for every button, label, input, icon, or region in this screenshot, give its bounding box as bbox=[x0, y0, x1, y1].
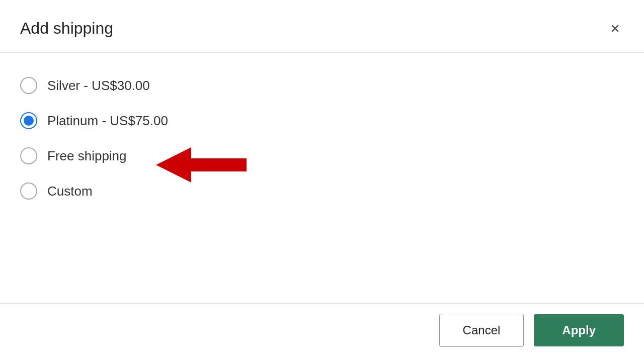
option-label-silver: Silver - US$30.00 bbox=[47, 78, 150, 94]
option-row-free-shipping[interactable]: Free shipping bbox=[20, 138, 624, 173]
dialog-header: Add shipping × bbox=[0, 0, 644, 52]
radio-platinum[interactable] bbox=[20, 112, 37, 129]
radio-silver[interactable] bbox=[20, 77, 37, 94]
option-label-free-shipping: Free shipping bbox=[47, 148, 127, 164]
close-button[interactable]: × bbox=[606, 18, 624, 38]
option-label-platinum: Platinum - US$75.00 bbox=[47, 113, 168, 129]
dialog-title: Add shipping bbox=[20, 19, 113, 38]
cancel-button[interactable]: Cancel bbox=[439, 314, 524, 347]
add-shipping-dialog: Add shipping × Silver - US$30.00 Platinu… bbox=[0, 0, 644, 362]
dialog-footer: Cancel Apply bbox=[0, 303, 644, 362]
option-row-platinum[interactable]: Platinum - US$75.00 bbox=[20, 103, 624, 138]
radio-custom[interactable] bbox=[20, 183, 37, 200]
svg-marker-0 bbox=[156, 147, 247, 183]
dialog-body: Silver - US$30.00 Platinum - US$75.00 Fr… bbox=[0, 53, 644, 303]
arrow-svg bbox=[156, 147, 247, 183]
option-label-custom: Custom bbox=[47, 184, 93, 199]
apply-button[interactable]: Apply bbox=[534, 314, 624, 346]
radio-dot-platinum bbox=[24, 116, 34, 126]
option-row-custom[interactable]: Custom bbox=[20, 173, 624, 209]
option-row-silver[interactable]: Silver - US$30.00 bbox=[20, 68, 624, 103]
radio-free-shipping[interactable] bbox=[20, 147, 37, 164]
arrow-annotation bbox=[156, 147, 247, 183]
